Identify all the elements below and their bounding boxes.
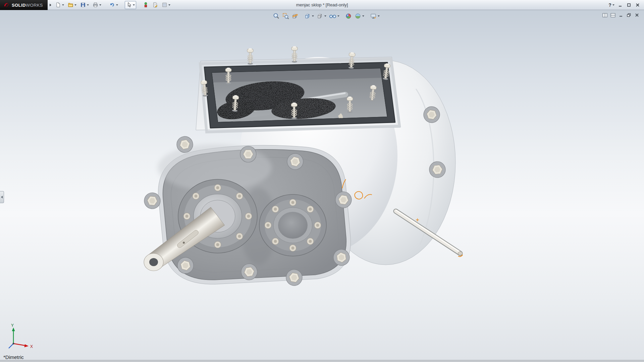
display-style-button[interactable]	[316, 12, 327, 20]
3d-model-gearbox-assembly[interactable]	[0, 10, 644, 360]
brand-solid: SOLID	[12, 3, 26, 8]
close-child-button[interactable]	[634, 12, 640, 18]
hide-show-items-glasses-icon	[329, 13, 336, 19]
dropdown-caret-icon	[87, 4, 89, 6]
select-cursor-icon	[126, 2, 132, 8]
apply-scene-button[interactable]	[354, 12, 365, 20]
document-window-controls	[602, 12, 640, 18]
brand-works: WORKS	[26, 3, 43, 8]
close-icon	[636, 3, 640, 7]
maximize-icon	[627, 3, 631, 7]
main-toolbar	[54, 1, 172, 9]
restore-child-icon	[627, 13, 631, 17]
view-settings-icon	[370, 13, 377, 19]
dropdown-caret-icon	[133, 4, 135, 6]
open-button[interactable]	[66, 1, 78, 9]
dropdown-caret-icon	[337, 15, 339, 17]
dropdown-caret-icon	[324, 15, 326, 17]
apply-scene-icon	[355, 13, 361, 19]
solidworks-window: SOLIDWORKS	[0, 0, 644, 362]
options-grid-icon	[162, 2, 167, 8]
titlebar: SOLIDWORKS	[0, 0, 644, 10]
dropdown-caret-icon	[74, 4, 76, 6]
view-orientation-label: *Dimetric	[3, 354, 24, 360]
minimize-button[interactable]	[616, 2, 624, 8]
restore-child-button[interactable]	[626, 12, 632, 18]
select-tool-button[interactable]	[125, 1, 136, 9]
minimize-icon	[618, 3, 622, 7]
dropdown-caret-icon	[99, 4, 101, 6]
zoom-to-fit-icon	[273, 13, 280, 19]
x-axis-label: X	[30, 344, 33, 349]
open-folder-icon	[68, 2, 73, 8]
split-pane-icon	[610, 13, 615, 17]
view-orientation-button[interactable]	[303, 12, 315, 20]
section-view-icon	[292, 13, 299, 19]
new-document-button[interactable]	[54, 1, 65, 9]
dropdown-caret-icon	[62, 4, 64, 6]
zoom-to-fit-button[interactable]	[272, 12, 281, 20]
rebuild-traffic-light-icon	[143, 2, 149, 8]
section-view-button[interactable]	[291, 12, 300, 20]
view-settings-button[interactable]	[369, 12, 381, 20]
heads-up-view-toolbar	[272, 12, 381, 20]
dropdown-caret-icon	[612, 4, 614, 6]
options-button[interactable]	[160, 1, 172, 9]
save-icon	[80, 2, 86, 8]
taskbar-sliver	[0, 360, 644, 362]
new-document-icon	[55, 2, 61, 8]
y-axis-label: Y	[11, 323, 14, 328]
print-icon	[93, 2, 98, 8]
menu-flyout-arrow-icon[interactable]	[50, 4, 51, 6]
hide-show-items-button[interactable]	[328, 12, 340, 20]
split-pane-button[interactable]	[610, 12, 616, 18]
minimize-child-button[interactable]	[618, 12, 624, 18]
y-axis-arrow-icon	[12, 327, 15, 331]
zoom-to-area-icon	[282, 13, 289, 19]
edit-appearance-button[interactable]	[344, 12, 353, 20]
view-orientation-cube-icon	[304, 13, 311, 19]
dropdown-caret-icon	[362, 15, 364, 17]
file-properties-icon	[152, 2, 158, 8]
feature-manager-collapse-tab[interactable]	[0, 191, 4, 203]
close-child-icon	[635, 13, 639, 17]
tile-pane-button[interactable]	[602, 12, 608, 18]
dropdown-caret-icon	[116, 4, 118, 6]
rebuild-button[interactable]	[142, 1, 150, 9]
tile-pane-icon	[602, 13, 607, 17]
graphics-viewport[interactable]: Y X *Dimetric	[0, 10, 644, 360]
solidworks-logo: SOLIDWORKS	[0, 0, 48, 10]
help-icon: ?	[608, 2, 611, 8]
undo-button[interactable]	[108, 1, 119, 9]
x-axis-arrow-icon	[24, 344, 29, 347]
display-style-icon	[317, 13, 323, 19]
close-button[interactable]	[634, 2, 641, 8]
z-axis-arrow-icon	[9, 344, 13, 348]
edit-appearance-icon	[345, 13, 352, 19]
brand-text: SOLIDWORKS	[12, 2, 43, 8]
maximize-button[interactable]	[625, 2, 633, 8]
blind-cover-flange	[259, 194, 326, 256]
dropdown-caret-icon	[312, 15, 314, 17]
dropdown-caret-icon	[168, 4, 170, 6]
zoom-to-area-button[interactable]	[281, 12, 290, 20]
save-button[interactable]	[79, 1, 90, 9]
dassault-systemes-mark-icon	[3, 2, 10, 8]
panel-collapse-arrow-icon	[1, 196, 3, 198]
print-button[interactable]	[91, 1, 103, 9]
reference-triad: Y X	[2, 323, 39, 355]
undo-icon	[109, 2, 115, 8]
file-properties-button[interactable]	[151, 1, 159, 9]
dropdown-caret-icon	[378, 15, 380, 17]
window-controls: ?	[608, 2, 644, 8]
minimize-child-icon	[619, 13, 623, 17]
help-button[interactable]: ?	[608, 2, 615, 8]
